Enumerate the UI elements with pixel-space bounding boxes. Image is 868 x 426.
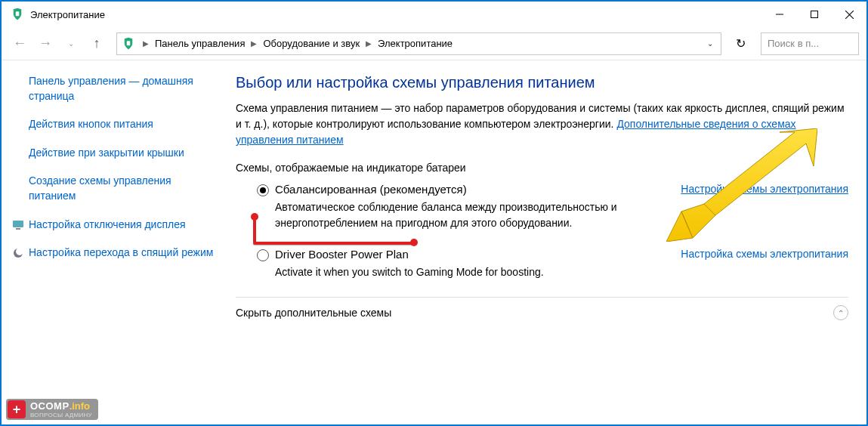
chevron-right-icon[interactable]: ▶ xyxy=(246,39,261,48)
change-plan-settings-link[interactable]: Настройка схемы электропитания xyxy=(681,248,848,260)
section-header: Схемы, отображаемые на индикаторе батаре… xyxy=(236,162,848,174)
plan-name: Driver Booster Power Plan xyxy=(275,248,409,261)
page-title: Выбор или настройка схемы управления пит… xyxy=(236,74,848,91)
titlebar: Электропитание xyxy=(2,2,866,27)
window-title: Электропитание xyxy=(30,9,105,20)
annotation-mark xyxy=(251,213,258,221)
chevron-right-icon[interactable]: ▶ xyxy=(138,39,153,48)
svg-rect-6 xyxy=(13,221,23,227)
main-content: Выбор или настройка схемы управления пит… xyxy=(236,60,866,424)
svg-rect-7 xyxy=(16,228,20,230)
power-options-icon xyxy=(11,8,24,21)
svg-rect-0 xyxy=(16,11,20,16)
chevron-right-icon[interactable]: ▶ xyxy=(361,39,376,48)
radio-balanced[interactable] xyxy=(257,184,269,196)
radio-driver-booster[interactable] xyxy=(257,249,269,261)
sidebar-link[interactable]: Действия кнопок питания xyxy=(29,117,221,132)
up-button[interactable]: ↑ xyxy=(86,33,107,54)
sidebar-link[interactable]: Создание схемы управления питанием xyxy=(29,174,221,203)
watermark-icon: + xyxy=(8,400,26,418)
close-button[interactable] xyxy=(832,3,866,26)
svg-point-9 xyxy=(16,248,23,255)
moon-icon xyxy=(12,247,24,259)
change-plan-settings-link[interactable]: Настройка схемы электропитания xyxy=(681,183,848,195)
annotation-mark xyxy=(253,242,413,245)
maximize-button[interactable] xyxy=(797,3,832,26)
breadcrumb-dropdown[interactable]: ⌄ xyxy=(703,39,718,48)
breadcrumb-item[interactable]: Электропитание xyxy=(376,36,454,51)
search-input[interactable]: Поиск в п... xyxy=(761,32,859,55)
sidebar-link-sleep[interactable]: Настройка перехода в спящий режим xyxy=(29,245,213,261)
plan-description: Activate it when you switch to Gaming Mo… xyxy=(236,264,848,280)
power-plan-row: Сбалансированная (рекомендуется) Настрой… xyxy=(236,183,848,196)
minimize-button[interactable] xyxy=(762,3,797,26)
power-options-icon xyxy=(122,37,135,51)
breadcrumb-item[interactable]: Панель управления xyxy=(153,36,246,51)
forward-button[interactable]: → xyxy=(35,33,56,54)
breadcrumb[interactable]: ▶ Панель управления ▶ Оборудование и зву… xyxy=(116,32,721,55)
sidebar: Панель управления — домашняя страница Де… xyxy=(2,60,236,424)
watermark: + OCOMP.info ВОПРОСЫ АДМИНУ xyxy=(6,399,98,420)
plan-description: Автоматическое соблюдение баланса между … xyxy=(236,199,848,231)
hide-additional-plans[interactable]: Скрыть дополнительные схемы ⌃ xyxy=(236,297,848,320)
page-description: Схема управления питанием — это набор па… xyxy=(236,100,848,148)
back-button[interactable]: ← xyxy=(9,33,30,54)
annotation-mark xyxy=(410,239,418,246)
monitor-icon xyxy=(12,219,24,231)
svg-rect-5 xyxy=(127,41,131,45)
recent-dropdown[interactable]: ⌄ xyxy=(60,33,82,54)
power-plan-row: Driver Booster Power Plan Настройка схем… xyxy=(236,248,848,261)
refresh-button[interactable]: ↻ xyxy=(729,32,752,55)
navbar: ← → ⌄ ↑ ▶ Панель управления ▶ Оборудован… xyxy=(2,27,866,60)
sidebar-link[interactable]: Действие при закрытии крышки xyxy=(29,146,221,161)
sidebar-link-display-off[interactable]: Настройка отключения дисплея xyxy=(29,218,186,233)
control-panel-home-link[interactable]: Панель управления — домашняя страница xyxy=(29,74,221,103)
plan-name: Сбалансированная (рекомендуется) xyxy=(275,183,467,196)
chevron-up-icon[interactable]: ⌃ xyxy=(833,305,848,320)
breadcrumb-item[interactable]: Оборудование и звук xyxy=(261,36,361,51)
search-placeholder: Поиск в п... xyxy=(768,38,819,49)
svg-rect-2 xyxy=(811,11,818,18)
